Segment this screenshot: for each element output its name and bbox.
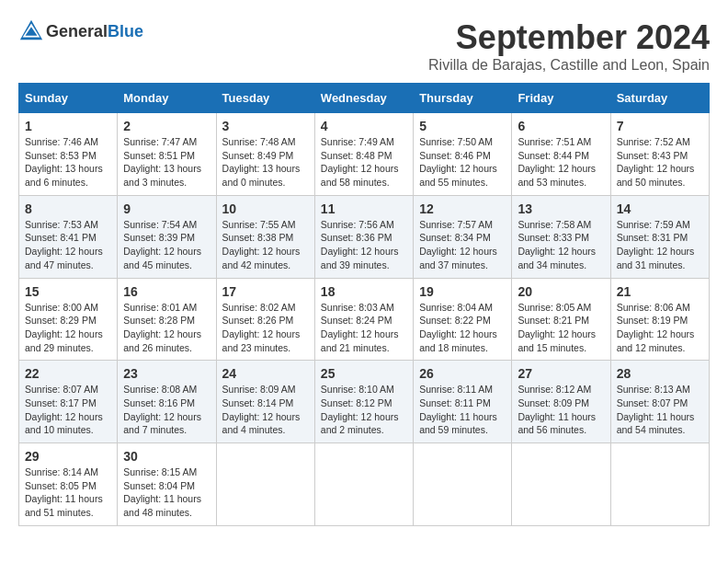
header-friday: Friday [512, 84, 610, 113]
day-detail: Sunrise: 7:54 AMSunset: 8:39 PMDaylight:… [123, 219, 201, 270]
day-detail: Sunrise: 8:07 AMSunset: 8:17 PMDaylight:… [25, 384, 103, 435]
day-cell: 11 Sunrise: 7:56 AMSunset: 8:36 PMDaylig… [314, 195, 413, 278]
day-number: 18 [321, 284, 407, 299]
day-cell: 20 Sunrise: 8:05 AMSunset: 8:21 PMDaylig… [512, 278, 610, 361]
day-detail: Sunrise: 7:57 AMSunset: 8:34 PMDaylight:… [419, 219, 497, 270]
day-detail: Sunrise: 7:46 AMSunset: 8:53 PMDaylight:… [25, 136, 103, 188]
day-detail: Sunrise: 8:03 AMSunset: 8:24 PMDaylight:… [321, 302, 399, 353]
day-cell: 6 Sunrise: 7:51 AMSunset: 8:44 PMDayligh… [512, 113, 610, 196]
month-title: September 2024 [428, 18, 710, 57]
day-number: 2 [123, 119, 210, 133]
day-cell [610, 443, 709, 526]
day-number: 13 [518, 201, 604, 216]
day-cell: 3 Sunrise: 7:48 AMSunset: 8:49 PMDayligh… [216, 113, 314, 196]
day-detail: Sunrise: 7:50 AMSunset: 8:46 PMDaylight:… [419, 136, 497, 188]
day-number: 5 [419, 119, 506, 133]
logo-general-text: General [46, 22, 108, 40]
day-detail: Sunrise: 8:10 AMSunset: 8:12 PMDaylight:… [321, 384, 399, 435]
day-number: 4 [321, 119, 407, 133]
day-detail: Sunrise: 7:51 AMSunset: 8:44 PMDaylight:… [518, 136, 596, 188]
day-cell: 19 Sunrise: 8:04 AMSunset: 8:22 PMDaylig… [414, 278, 512, 361]
day-number: 6 [518, 119, 604, 133]
day-detail: Sunrise: 8:12 AMSunset: 8:09 PMDaylight:… [518, 384, 596, 435]
day-cell: 26 Sunrise: 8:11 AMSunset: 8:11 PMDaylig… [414, 361, 512, 443]
day-cell: 30 Sunrise: 8:15 AMSunset: 8:04 PMDaylig… [118, 443, 216, 526]
header-wednesday: Wednesday [314, 84, 413, 113]
day-detail: Sunrise: 8:15 AMSunset: 8:04 PMDaylight:… [123, 466, 201, 518]
day-cell [216, 443, 314, 526]
day-number: 19 [419, 284, 506, 299]
header-saturday: Saturday [610, 84, 709, 113]
day-number: 20 [518, 284, 604, 299]
day-detail: Sunrise: 7:53 AMSunset: 8:41 PMDaylight:… [25, 219, 103, 270]
day-cell: 1 Sunrise: 7:46 AMSunset: 8:53 PMDayligh… [19, 113, 118, 196]
day-detail: Sunrise: 7:48 AMSunset: 8:49 PMDaylight:… [222, 136, 301, 188]
day-number: 21 [617, 284, 703, 299]
day-cell: 16 Sunrise: 8:01 AMSunset: 8:28 PMDaylig… [118, 278, 216, 361]
day-number: 26 [419, 366, 506, 381]
day-cell: 17 Sunrise: 8:02 AMSunset: 8:26 PMDaylig… [216, 278, 314, 361]
day-cell: 7 Sunrise: 7:52 AMSunset: 8:43 PMDayligh… [610, 113, 709, 196]
day-cell [414, 443, 512, 526]
header-sunday: Sunday [19, 84, 118, 113]
day-detail: Sunrise: 8:02 AMSunset: 8:26 PMDaylight:… [222, 302, 301, 353]
day-number: 3 [222, 119, 309, 133]
day-detail: Sunrise: 8:08 AMSunset: 8:16 PMDaylight:… [123, 384, 201, 435]
location-title: Rivilla de Barajas, Castille and Leon, S… [428, 57, 710, 74]
day-cell: 13 Sunrise: 7:58 AMSunset: 8:33 PMDaylig… [512, 195, 610, 278]
week-row-2: 8 Sunrise: 7:53 AMSunset: 8:41 PMDayligh… [19, 195, 710, 278]
day-number: 27 [518, 366, 604, 381]
day-detail: Sunrise: 7:58 AMSunset: 8:33 PMDaylight:… [518, 219, 596, 270]
day-cell: 10 Sunrise: 7:55 AMSunset: 8:38 PMDaylig… [216, 195, 314, 278]
day-number: 11 [321, 201, 407, 216]
day-number: 14 [617, 201, 703, 216]
day-cell: 25 Sunrise: 8:10 AMSunset: 8:12 PMDaylig… [314, 361, 413, 443]
day-detail: Sunrise: 8:11 AMSunset: 8:11 PMDaylight:… [419, 384, 497, 435]
day-cell: 18 Sunrise: 8:03 AMSunset: 8:24 PMDaylig… [314, 278, 413, 361]
day-detail: Sunrise: 7:52 AMSunset: 8:43 PMDaylight:… [617, 136, 695, 188]
day-cell: 21 Sunrise: 8:06 AMSunset: 8:19 PMDaylig… [610, 278, 709, 361]
day-cell: 14 Sunrise: 7:59 AMSunset: 8:31 PMDaylig… [610, 195, 709, 278]
day-detail: Sunrise: 7:49 AMSunset: 8:48 PMDaylight:… [321, 136, 399, 188]
day-detail: Sunrise: 8:01 AMSunset: 8:28 PMDaylight:… [123, 302, 201, 353]
day-cell: 12 Sunrise: 7:57 AMSunset: 8:34 PMDaylig… [414, 195, 512, 278]
day-number: 8 [25, 201, 111, 216]
day-detail: Sunrise: 8:09 AMSunset: 8:14 PMDaylight:… [222, 384, 301, 435]
day-cell: 4 Sunrise: 7:49 AMSunset: 8:48 PMDayligh… [314, 113, 413, 196]
page-header: GeneralBlue September 2024 Rivilla de Ba… [18, 18, 710, 74]
day-number: 22 [25, 366, 111, 381]
day-number: 28 [617, 366, 703, 381]
day-number: 10 [222, 201, 309, 216]
header-tuesday: Tuesday [216, 84, 314, 113]
day-cell: 27 Sunrise: 8:12 AMSunset: 8:09 PMDaylig… [512, 361, 610, 443]
day-cell: 28 Sunrise: 8:13 AMSunset: 8:07 PMDaylig… [610, 361, 709, 443]
day-detail: Sunrise: 8:05 AMSunset: 8:21 PMDaylight:… [518, 302, 596, 353]
week-row-5: 29 Sunrise: 8:14 AMSunset: 8:05 PMDaylig… [19, 443, 710, 526]
day-detail: Sunrise: 8:13 AMSunset: 8:07 PMDaylight:… [617, 384, 695, 435]
day-cell: 24 Sunrise: 8:09 AMSunset: 8:14 PMDaylig… [216, 361, 314, 443]
day-detail: Sunrise: 8:06 AMSunset: 8:19 PMDaylight:… [617, 302, 695, 353]
day-detail: Sunrise: 8:00 AMSunset: 8:29 PMDaylight:… [25, 302, 103, 353]
day-number: 23 [123, 366, 210, 381]
day-detail: Sunrise: 7:59 AMSunset: 8:31 PMDaylight:… [617, 219, 695, 270]
day-number: 1 [25, 119, 111, 133]
day-number: 9 [123, 201, 210, 216]
day-cell [314, 443, 413, 526]
day-number: 15 [25, 284, 111, 299]
week-row-3: 15 Sunrise: 8:00 AMSunset: 8:29 PMDaylig… [19, 278, 710, 361]
logo-blue-text: Blue [108, 22, 143, 40]
day-detail: Sunrise: 7:55 AMSunset: 8:38 PMDaylight:… [222, 219, 301, 270]
day-cell: 15 Sunrise: 8:00 AMSunset: 8:29 PMDaylig… [19, 278, 118, 361]
day-cell: 8 Sunrise: 7:53 AMSunset: 8:41 PMDayligh… [19, 195, 118, 278]
day-number: 25 [321, 366, 407, 381]
day-detail: Sunrise: 7:47 AMSunset: 8:51 PMDaylight:… [123, 136, 201, 188]
day-detail: Sunrise: 7:56 AMSunset: 8:36 PMDaylight:… [321, 219, 399, 270]
day-cell: 2 Sunrise: 7:47 AMSunset: 8:51 PMDayligh… [118, 113, 216, 196]
day-number: 30 [123, 449, 210, 464]
day-number: 12 [419, 201, 506, 216]
day-detail: Sunrise: 8:04 AMSunset: 8:22 PMDaylight:… [419, 302, 497, 353]
header-monday: Monday [118, 84, 216, 113]
day-cell [512, 443, 610, 526]
week-row-1: 1 Sunrise: 7:46 AMSunset: 8:53 PMDayligh… [19, 113, 710, 196]
day-cell: 23 Sunrise: 8:08 AMSunset: 8:16 PMDaylig… [118, 361, 216, 443]
